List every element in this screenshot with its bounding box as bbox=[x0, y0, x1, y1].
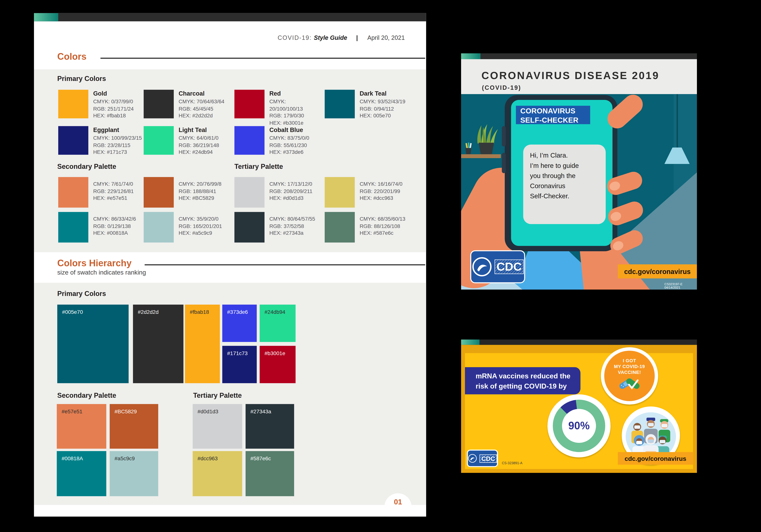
doc-date: April 20, 2021 bbox=[367, 34, 405, 41]
hierarchy-swatch: #00818A bbox=[57, 451, 106, 496]
hierarchy-subtitle: size of swatch indicates ranking bbox=[57, 269, 146, 276]
style-guide-page: COVID-19: Style Guide | April 20, 2021 C… bbox=[34, 13, 426, 517]
plant-pot bbox=[478, 142, 495, 154]
rgb-value: RGB: 37/52/58 bbox=[269, 223, 315, 230]
pencil-cup bbox=[465, 148, 472, 154]
swatch-eggplant bbox=[58, 126, 88, 155]
document-header: COVID-19: Style Guide | April 20, 2021 bbox=[277, 34, 405, 41]
hierarchy-secondary-label: Secondary Palette bbox=[57, 391, 116, 399]
hex-value: HEX: 005e70 bbox=[360, 112, 405, 119]
palette-entry-gray: CMYK: 17/13/12/0 RGB: 208/209/211 HEX: #… bbox=[235, 177, 320, 208]
swatch-name: Eggplant bbox=[93, 127, 142, 134]
swatch-charcoal bbox=[144, 90, 174, 118]
doc-label: COVID-19: bbox=[277, 34, 312, 41]
swatch-gold bbox=[58, 90, 88, 118]
hex-label: #BC5829 bbox=[110, 404, 158, 414]
header-separator: | bbox=[356, 34, 359, 41]
graphic-title: CORONAVIRUS DISEASE 2019 bbox=[481, 70, 659, 82]
palette-entry-cobalt: Cobalt Blue CMYK: 83/75/0/0 RGB: 55/61/2… bbox=[235, 126, 320, 156]
swatch-dark-teal bbox=[325, 90, 355, 118]
hierarchy-primary-label: Primary Colors bbox=[57, 290, 106, 297]
hex-value: HEX: #dcc963 bbox=[360, 194, 402, 202]
fingernail bbox=[610, 210, 622, 222]
hierarchy-swatch: #27343a bbox=[246, 404, 294, 449]
hex-label: #b3001e bbox=[260, 346, 296, 356]
swatch-sage bbox=[325, 212, 355, 242]
cmyk-value: CMYK: 16/16/74/0 bbox=[360, 181, 402, 187]
rgb-value: RGB: 229/126/81 bbox=[93, 187, 134, 195]
graphic-top-bar bbox=[461, 340, 697, 345]
palette-entry-slate: CMYK: 80/64/57/55 RGB: 37/52/58 HEX: #27… bbox=[235, 212, 320, 242]
palette-entry-coral: CMYK: 7/61/74/0 RGB: 229/126/81 HEX: #e5… bbox=[58, 177, 144, 208]
rgb-value: RGB: 188/88/41 bbox=[179, 187, 221, 195]
cdc-logo-text: CDC bbox=[479, 454, 497, 462]
vaccine-badge-inner: I GOT MY COVID-19 VACCINE! bbox=[604, 350, 655, 401]
hhs-seal-icon bbox=[468, 453, 477, 464]
hex-label: #005e70 bbox=[57, 304, 129, 315]
swatch-red bbox=[235, 90, 264, 118]
hex-label: #e57e51 bbox=[57, 404, 106, 414]
teal-accent-bar bbox=[34, 13, 58, 22]
cmyk-value: CMYK: 86/33/42/6 bbox=[93, 215, 136, 223]
badge-line: MY COVID-19 bbox=[604, 364, 655, 370]
chat-line: you through the bbox=[530, 171, 606, 181]
teal-accent-bar bbox=[461, 53, 481, 59]
cdc-logo: CDC bbox=[470, 250, 525, 283]
hex-value: HEX: #fbab18 bbox=[93, 112, 134, 119]
hierarchy-swatch: #373de6 bbox=[222, 304, 257, 342]
hierarchy-swatch: #a5c9c9 bbox=[110, 451, 158, 496]
cdc-url-link[interactable]: cdc.gov/coronavirus bbox=[618, 264, 697, 279]
banner-line: CORONAVIRUS bbox=[520, 106, 590, 116]
screenshot-stage: COVID-19: Style Guide | April 20, 2021 C… bbox=[0, 0, 761, 532]
section-rule bbox=[145, 264, 425, 265]
fingernail bbox=[612, 239, 625, 252]
cmyk-value: CMYK: 20/76/99/8 bbox=[179, 181, 221, 187]
badge-line: I GOT bbox=[604, 358, 655, 364]
hex-value: HEX: #587e6c bbox=[360, 230, 405, 237]
cdc-logo: CDC bbox=[467, 450, 498, 467]
chat-line: Hi, I’m Clara. bbox=[530, 150, 606, 161]
primary-colors-label: Primary Colors bbox=[57, 75, 106, 82]
rgb-value: RGB: 179/0/30 bbox=[269, 112, 320, 119]
cmyk-value: CMYK: 93/52/43/19 bbox=[360, 98, 405, 105]
palette-entry-sage: CMYK: 68/35/60/13 RGB: 88/126/108 HEX: #… bbox=[325, 212, 410, 242]
shelf bbox=[461, 154, 501, 158]
secondary-palette-label: Secondary Palette bbox=[57, 162, 116, 170]
mrna-vaccine-graphic: mRNA vaccines reduced the risk of gettin… bbox=[461, 340, 697, 473]
swatch-pale-teal bbox=[144, 212, 174, 242]
hierarchy-swatch: #e57e51 bbox=[57, 404, 106, 449]
hierarchy-swatch: #fbab18 bbox=[185, 304, 220, 383]
tertiary-palette-label: Tertiary Palette bbox=[235, 162, 283, 170]
graphic-top-bar bbox=[461, 53, 697, 59]
plant-icon bbox=[474, 122, 501, 145]
swatch-name: Light Teal bbox=[179, 127, 219, 134]
hierarchy-swatch: #d0d1d3 bbox=[193, 404, 242, 449]
cmyk-value: CMYK: 68/35/60/13 bbox=[360, 215, 405, 223]
donut-hole: 90% bbox=[562, 409, 596, 443]
hex-value: HEX: #00818A bbox=[93, 230, 136, 237]
cmyk-value: CMYK: 0/37/99/0 bbox=[93, 98, 134, 105]
teal-accent-bar bbox=[461, 340, 480, 345]
cmyk-value: CMYK: 100/99/23/15 bbox=[93, 134, 142, 141]
hex-label: #00818A bbox=[57, 451, 106, 461]
page-top-bar bbox=[34, 13, 426, 22]
hex-value: HEX: #2d2d2d bbox=[179, 112, 224, 119]
cmyk-value: CMYK: 64/0/61/0 bbox=[179, 134, 219, 141]
colors-section-title: Colors bbox=[57, 51, 87, 62]
cmyk-value: CMYK: 20/100/100/13 bbox=[269, 98, 320, 112]
rgb-value: RGB: 165/201/201 bbox=[179, 223, 222, 230]
graphic-subtitle: (COVID-19) bbox=[482, 84, 521, 91]
cdc-url-link[interactable]: cdc.gov/coronavirus bbox=[618, 452, 693, 464]
palette-entry-eggplant: Eggplant CMYK: 100/99/23/15 RGB: 23/28/1… bbox=[58, 126, 144, 156]
hex-value: HEX: #b3001e bbox=[269, 119, 320, 127]
swatch-slate bbox=[235, 212, 264, 242]
self-checker-banner: CORONAVIRUS SELF-CHECKER bbox=[516, 106, 590, 124]
page-number-badge: 01 bbox=[384, 493, 412, 517]
palette-entry-gold: Gold CMYK: 0/37/99/0 RGB: 251/171/24 HEX… bbox=[58, 90, 144, 119]
hex-label: #a5c9c9 bbox=[110, 451, 158, 461]
rgb-value: RGB: 0/129/138 bbox=[93, 223, 136, 230]
swatch-name: Gold bbox=[93, 90, 134, 97]
swatch-khaki bbox=[325, 177, 355, 208]
fingernail bbox=[609, 180, 621, 192]
palette-entry-charcoal: Charcoal CMYK: 70/64/63/64 RGB: 45/45/45… bbox=[144, 90, 229, 119]
